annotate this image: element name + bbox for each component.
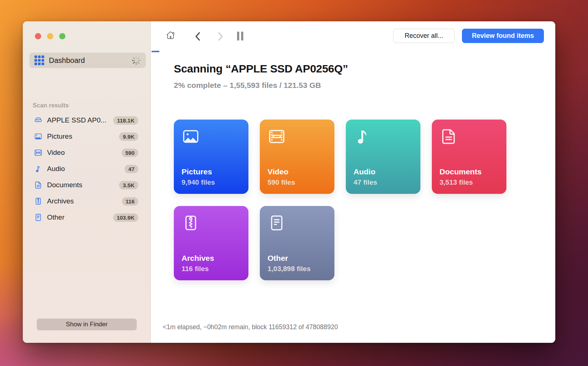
- review-found-items-button[interactable]: Review found items: [462, 29, 544, 43]
- card-file-count: 3,513 files: [440, 178, 473, 186]
- scan-status-text: <1m elapsed, ~0h02m remain, block 116593…: [163, 323, 338, 331]
- card-title: Audio: [354, 167, 375, 176]
- sidebar-item-archives[interactable]: Archives 116: [23, 193, 150, 209]
- sidebar-item-video[interactable]: Video 590: [23, 145, 150, 161]
- count-badge: 118.1K: [113, 116, 138, 125]
- sidebar-item-label: Other: [47, 213, 65, 221]
- count-badge: 103.9K: [113, 213, 138, 222]
- category-card-other[interactable]: Other 1,03,898 files: [260, 206, 334, 280]
- music-note-icon: [34, 164, 43, 173]
- dashboard-grid-icon: [34, 55, 44, 65]
- card-file-count: 590 files: [268, 178, 295, 186]
- scan-results-list: APPLE SSD AP0... 118.1K Pictures 9.9K: [23, 112, 150, 225]
- card-title: Archives: [182, 254, 214, 263]
- card-file-count: 47 files: [354, 178, 377, 186]
- film-icon: [267, 127, 286, 146]
- zip-archive-icon: [34, 197, 43, 206]
- category-cards-grid: Pictures 9,940 files: [174, 120, 506, 280]
- category-card-documents[interactable]: Documents 3,513 files: [432, 120, 506, 194]
- category-card-audio[interactable]: Audio 47 files: [346, 120, 420, 194]
- sidebar-item-audio[interactable]: Audio 47: [23, 161, 150, 177]
- desktop-background: Dashboard Scan results: [0, 0, 588, 366]
- home-button[interactable]: [165, 30, 176, 40]
- sidebar-item-label: Pictures: [47, 132, 72, 141]
- card-file-count: 9,940 files: [182, 178, 215, 186]
- card-title: Documents: [440, 167, 481, 176]
- card-title: Other: [268, 254, 288, 263]
- scan-progress-fill: [151, 51, 159, 52]
- text-document-icon: [267, 213, 286, 232]
- app-window: Dashboard Scan results: [23, 21, 555, 343]
- card-file-count: 116 files: [182, 265, 209, 273]
- recover-all-button[interactable]: Recover all...: [393, 29, 455, 43]
- sidebar: Dashboard Scan results: [23, 21, 151, 343]
- scan-progress-summary: 2% complete – 1,55,593 files / 121.53 GB: [174, 81, 321, 90]
- music-note-icon: [353, 127, 372, 146]
- scanning-spinner-icon: [131, 56, 141, 65]
- sidebar-item-dashboard[interactable]: Dashboard: [29, 53, 146, 68]
- main-content: Recover all... Review found items Scanni…: [151, 21, 555, 343]
- sidebar-item-label: Archives: [47, 197, 74, 205]
- card-title: Pictures: [182, 167, 212, 176]
- count-badge: 3.5K: [119, 181, 138, 189]
- scan-progress-bar: [151, 51, 555, 52]
- zip-archive-icon: [181, 213, 200, 232]
- card-title: Video: [268, 167, 288, 176]
- text-document-icon: [34, 213, 43, 222]
- count-badge: 590: [122, 149, 138, 157]
- card-file-count: 1,03,898 files: [268, 265, 311, 273]
- category-card-video[interactable]: Video 590 files: [260, 120, 334, 194]
- document-icon: [34, 181, 43, 189]
- sidebar-item-label: Documents: [47, 181, 82, 189]
- sidebar-item-documents[interactable]: Documents 3.5K: [23, 177, 150, 193]
- sidebar-item-label: APPLE SSD AP0...: [47, 116, 107, 124]
- sidebar-item-label: Video: [47, 149, 65, 157]
- category-card-pictures[interactable]: Pictures 9,940 files: [174, 120, 248, 194]
- sidebar-item-label: Audio: [47, 165, 65, 173]
- document-icon: [439, 127, 458, 146]
- count-badge: 116: [122, 197, 138, 206]
- picture-icon: [34, 132, 43, 141]
- scan-results-heading: Scan results: [33, 102, 69, 109]
- show-in-finder-button[interactable]: Show in Finder: [37, 319, 137, 330]
- back-button[interactable]: [194, 32, 201, 41]
- minimize-window-button[interactable]: [47, 33, 53, 39]
- film-icon: [34, 148, 43, 157]
- window-controls: [35, 33, 65, 39]
- sidebar-item-other[interactable]: Other 103.9K: [23, 209, 150, 225]
- forward-button[interactable]: [217, 32, 224, 41]
- pause-scan-button[interactable]: [237, 31, 244, 41]
- external-drive-icon: [34, 116, 43, 125]
- count-badge: 47: [125, 165, 138, 173]
- category-card-archives[interactable]: Archives 116 files: [174, 206, 248, 280]
- dashboard-label: Dashboard: [49, 56, 85, 65]
- sidebar-item-apple-ssd[interactable]: APPLE SSD AP0... 118.1K: [23, 112, 150, 128]
- zoom-window-button[interactable]: [59, 33, 65, 39]
- sidebar-item-pictures[interactable]: Pictures 9.9K: [23, 128, 150, 145]
- picture-icon: [181, 127, 200, 146]
- count-badge: 9.9K: [119, 132, 138, 141]
- page-title: Scanning “APPLE SSD AP0256Q”: [174, 63, 348, 75]
- close-window-button[interactable]: [35, 33, 41, 39]
